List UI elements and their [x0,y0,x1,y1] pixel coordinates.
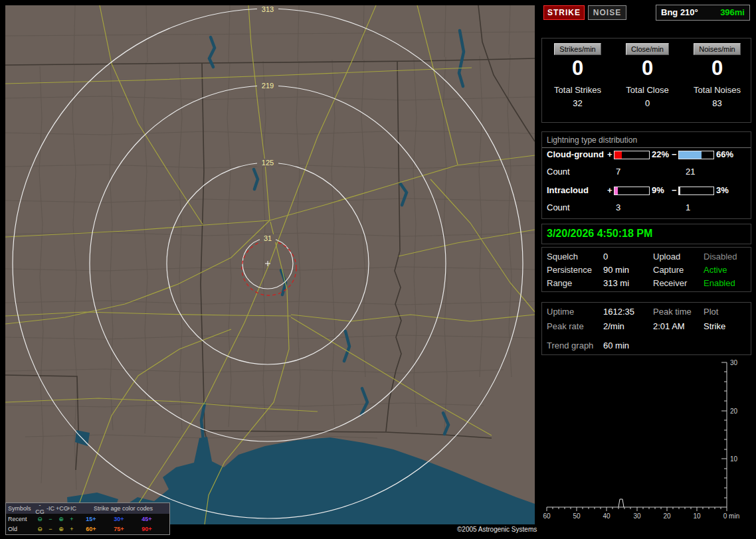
uptime-value: 1612:35 [603,307,634,317]
close-per-min-chip[interactable]: Close/min [626,43,669,55]
noises-column: Noises/min 0 Total Noises 83 [682,38,752,108]
map-legend: Symbols -CG -IC +CG +IC Strike age color… [5,502,170,535]
x-tick-0-min: 0 min [723,512,739,520]
ic-plus-bar [614,187,650,195]
total-noises-label: Total Noises [682,85,752,95]
cloud-ground-label: Cloud-ground [547,149,604,159]
age-15: 15+ [77,516,105,522]
total-close-value: 0 [613,98,682,108]
nic-symbol-icon: − [45,526,56,532]
y-tick-30: 30 [730,359,738,366]
noises-per-min-value: 0 [682,56,752,80]
cg-minus-percent: 66% [716,149,733,159]
settings-section: Squelch 0 Upload Disabled Persistence 90… [541,247,751,292]
bearing-label: Bng 210° [661,7,698,17]
receiver-value: Enabled [704,278,735,288]
squelch-value: 0 [603,252,608,262]
peak-time-label: Peak time [653,307,692,317]
pic-symbol-icon: + [66,516,77,522]
total-noises-value: 83 [682,98,752,108]
cg-plus-percent: 22% [652,149,669,159]
pcg-symbol-icon: ⊕ [56,526,66,532]
cg-minus-bar [678,151,714,159]
x-tick-20: 20 [663,512,671,520]
rates-section: Strikes/min 0 Total Strikes 32 Close/min… [541,38,751,123]
lightning-map[interactable]: 313 219 125 31 [5,5,535,524]
upload-label: Upload [653,252,680,262]
y-tick-10: 10 [730,455,738,463]
uptime-label: Uptime [547,307,574,317]
cg-minus-count: 21 [686,167,695,177]
noise-mode-button[interactable]: NOISE [588,5,626,20]
persistence-label: Persistence [547,265,592,275]
uptime-section: Uptime 1612:35 Peak time Plot Peak rate … [541,302,751,355]
graph-axes [547,362,727,511]
ring-label-313: 313 [262,5,274,13]
close-column: Close/min 0 Total Close 0 [613,38,682,108]
bearing-distance: 396mi [720,7,745,17]
plot-value: Strike [704,321,725,331]
intracloud-label: Intracloud [547,185,589,195]
x-tick-40: 40 [603,512,611,520]
trend-graph-window: 60 min [603,341,629,350]
status-panel: STRIKE NOISE Bng 210° 396mi Strikes/min … [541,0,751,539]
datetime-display: 3/20/2026 4:50:18 PM [542,224,751,243]
x-tick-50: 50 [573,512,581,520]
strike-spike [618,499,624,507]
legend-recent-row: Recent ⊖ − ⊕ + 15+ 30+ 45+ [6,514,169,524]
legend-age-title: Strike age color codes [77,505,169,512]
age-75: 75+ [105,526,133,532]
pic-symbol-icon: + [66,526,77,532]
squelch-label: Squelch [547,252,578,262]
age-60: 60+ [77,526,105,532]
legend-old-row: Old ⊖ − ⊕ + 60+ 75+ 90+ [6,524,169,534]
plot-label: Plot [704,307,718,317]
strike-mode-button[interactable]: STRIKE [543,5,585,20]
ic-minus-bar [678,187,714,195]
ic-plus-count: 3 [616,202,620,212]
nic-symbol-icon: − [45,516,56,522]
age-45: 45+ [133,516,161,522]
count-label: Count [547,202,570,212]
map-canvas: 313 219 125 31 [5,5,535,524]
x-tick-10: 10 [693,512,701,520]
legend-col-pcg: +CG [56,505,66,512]
y-tick-20: 20 [730,408,738,415]
ring-label-125: 125 [262,159,274,167]
minus-sign: − [672,149,677,159]
age-90: 90+ [133,526,161,532]
ncg-symbol-icon: ⊖ [35,526,45,532]
trend-graph: 30 20 10 60 50 40 30 20 10 0 min [541,358,751,532]
age-30: 30+ [105,516,133,522]
legend-recent-label: Recent [6,516,35,522]
capture-label: Capture [653,265,684,275]
legend-symbols-title: Symbols [6,505,35,512]
datetime-section: 3/20/2026 4:50:18 PM [541,224,751,244]
plus-sign: + [607,149,613,159]
noises-per-min-chip[interactable]: Noises/min [694,43,740,55]
trend-graph-label: Trend graph [547,341,593,350]
copyright-text: ©2005 Astrogenic Systems [457,526,537,533]
strikes-per-min-chip[interactable]: Strikes/min [554,43,601,55]
plus-sign: + [607,185,613,195]
x-tick-30: 30 [633,512,641,520]
peak-rate-value: 2/min [603,321,624,331]
x-tick-60: 60 [543,512,551,520]
capture-value: Active [704,265,727,275]
ring-label-219: 219 [262,82,274,90]
strikes-per-min-value: 0 [543,56,613,80]
count-label: Count [547,167,570,177]
cg-plus-bar [614,151,650,159]
close-per-min-value: 0 [613,56,682,80]
distribution-title: Lightning type distribution [542,134,751,148]
total-strikes-value: 32 [543,98,613,108]
legend-col-pic: +IC [66,505,77,512]
legend-col-ncg: -CG [35,502,45,515]
ic-minus-percent: 3% [716,185,729,195]
total-close-label: Total Close [613,85,682,95]
legend-col-nic: -IC [45,505,56,512]
receiver-label: Receiver [653,278,687,288]
range-label: Range [547,278,572,288]
ic-plus-percent: 9% [652,185,664,195]
peak-time-value: 2:01 AM [653,321,685,331]
